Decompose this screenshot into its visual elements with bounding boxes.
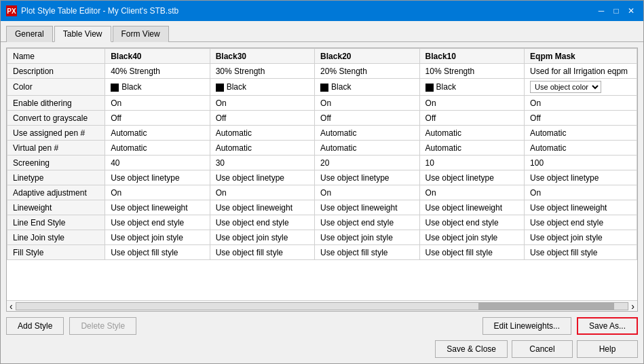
cell-desc-black10: 10% Strength: [419, 64, 524, 79]
cell-screen-black30: 30: [210, 156, 314, 170]
table-row: Virtual pen # Automatic Automatic Automa…: [7, 141, 637, 156]
table-row: Use assigned pen # Automatic Automatic A…: [7, 126, 637, 141]
cell-pen-black40: Automatic: [105, 126, 210, 141]
cell-vpen-black40: Automatic: [105, 141, 210, 156]
cell-le-black40: Use object end style: [105, 215, 210, 230]
cell-pen-black10: Automatic: [419, 126, 524, 141]
cell-adapt-black30: On: [210, 185, 314, 200]
cell-adapt-black10: On: [419, 185, 524, 200]
cell-pen-black30: Automatic: [210, 126, 314, 141]
cell-screen-black20: 20: [315, 156, 419, 170]
cell-color-black10: Black: [419, 79, 524, 96]
table-row: Adaptive adjustment On On On On On: [7, 185, 637, 200]
row-label-grayscale: Convert to grayscale: [7, 111, 105, 126]
cell-dith-eqpm: On: [525, 96, 637, 111]
color-swatch: [216, 84, 224, 92]
cell-le-eqpm: Use object end style: [525, 215, 637, 230]
row-label-line-join: Line Join style: [7, 230, 105, 245]
horizontal-scrollbar[interactable]: [16, 302, 629, 310]
content-area: Name Black40 Black30 Black20 Black10 Eqp…: [1, 42, 643, 363]
cell-adapt-black20: On: [315, 185, 419, 200]
cell-fs-black40: Use object fill style: [105, 245, 210, 260]
cancel-button[interactable]: Cancel: [512, 340, 573, 358]
cell-fs-black30: Use object fill style: [210, 245, 314, 260]
delete-style-button[interactable]: Delete Style: [69, 317, 136, 335]
row-label-color: Color: [7, 79, 105, 96]
save-close-button[interactable]: Save & Close: [435, 340, 508, 358]
row-label-dithering: Enable dithering: [7, 96, 105, 111]
edit-lineweights-button[interactable]: Edit Lineweights...: [482, 317, 571, 335]
close-button[interactable]: ✕: [624, 4, 638, 18]
cell-color-black20: Black: [315, 79, 419, 96]
cell-lt-black30: Use object linetype: [210, 170, 314, 185]
row-label-adaptive: Adaptive adjustment: [7, 185, 105, 200]
col-eqpm: Eqpm Mask: [525, 49, 637, 64]
maximize-button[interactable]: □: [609, 4, 623, 18]
cell-dith-black30: On: [210, 96, 314, 111]
cell-adapt-eqpm: On: [525, 185, 637, 200]
tab-general[interactable]: General: [6, 26, 53, 42]
row-label-virtual-pen: Virtual pen #: [7, 141, 105, 156]
window-title: Plot Style Table Editor - My Client's ST…: [21, 6, 178, 16]
cell-lj-black40: Use object join style: [105, 230, 210, 245]
cell-gray-eqpm: Off: [525, 111, 637, 126]
save-as-button[interactable]: Save As...: [577, 317, 638, 335]
add-style-button[interactable]: Add Style: [6, 317, 64, 335]
row-label-line-end: Line End Style: [7, 215, 105, 230]
cell-lt-eqpm: Use object linetype: [525, 170, 637, 185]
app-icon: PX: [6, 5, 17, 16]
col-black40: Black40: [105, 49, 210, 64]
row-label-linetype: Linetype: [7, 170, 105, 185]
cell-gray-black30: Off: [210, 111, 314, 126]
cell-gray-black40: Off: [105, 111, 210, 126]
scrollbar-thumb: [478, 303, 614, 310]
cell-vpen-eqpm: Automatic: [525, 141, 637, 156]
title-bar-controls: ─ □ ✕: [594, 4, 638, 18]
tab-form-view[interactable]: Form View: [113, 26, 169, 42]
cell-screen-black10: 10: [419, 156, 524, 170]
cell-lt-black40: Use object linetype: [105, 170, 210, 185]
cell-dith-black20: On: [315, 96, 419, 111]
color-dropdown[interactable]: Use object color Black White: [530, 81, 601, 93]
cell-lj-eqpm: Use object join style: [525, 230, 637, 245]
cell-gray-black20: Off: [315, 111, 419, 126]
cell-le-black20: Use object end style: [315, 215, 419, 230]
minimize-button[interactable]: ─: [594, 4, 608, 18]
table-row: Line Join style Use object join style Us…: [7, 230, 637, 245]
cell-dith-black40: On: [105, 96, 210, 111]
btn-group-left: Add Style Delete Style: [6, 317, 136, 335]
cell-gray-black10: Off: [419, 111, 524, 126]
cell-color-black30: Black: [210, 79, 314, 96]
table-row: Fill Style Use object fill style Use obj…: [7, 245, 637, 260]
table-row: Color Black Black Black Black Use object…: [7, 79, 637, 96]
table-scroll[interactable]: Name Black40 Black30 Black20 Black10 Eqp…: [7, 48, 637, 300]
cell-pen-black20: Automatic: [315, 126, 419, 141]
row-label-fill: Fill Style: [7, 245, 105, 260]
row-label-assigned-pen: Use assigned pen #: [7, 126, 105, 141]
cell-screen-black40: 40: [105, 156, 210, 170]
cell-lj-black20: Use object join style: [315, 230, 419, 245]
col-black20: Black20: [315, 49, 419, 64]
cell-vpen-black10: Automatic: [419, 141, 524, 156]
row-label-description: Description: [7, 64, 105, 79]
scroll-left-button[interactable]: ‹: [10, 301, 13, 312]
footer-buttons: Save & Close Cancel Help: [6, 335, 638, 358]
cell-vpen-black30: Automatic: [210, 141, 314, 156]
cell-color-eqpm[interactable]: Use object color Black White: [525, 79, 637, 96]
cell-lw-black10: Use object lineweight: [419, 200, 524, 215]
tab-table-view[interactable]: Table View: [54, 26, 111, 42]
cell-lw-black30: Use object lineweight: [210, 200, 314, 215]
help-button[interactable]: Help: [577, 340, 638, 358]
cell-le-black30: Use object end style: [210, 215, 314, 230]
cell-desc-black20: 20% Stength: [315, 64, 419, 79]
main-window: PX Plot Style Table Editor - My Client's…: [0, 0, 644, 364]
scrollbar-area: ‹ ›: [7, 300, 637, 311]
cell-screen-eqpm: 100: [525, 156, 637, 170]
cell-desc-black30: 30% Strength: [210, 64, 314, 79]
table-row: Linetype Use object linetype Use object …: [7, 170, 637, 185]
cell-pen-eqpm: Automatic: [525, 126, 637, 141]
cell-desc-eqpm: Used for all Irrigation eqpm: [525, 64, 637, 79]
cell-le-black10: Use object end style: [419, 215, 524, 230]
scroll-right-button[interactable]: ›: [631, 301, 634, 312]
bottom-buttons: Add Style Delete Style Edit Lineweights.…: [6, 312, 638, 335]
